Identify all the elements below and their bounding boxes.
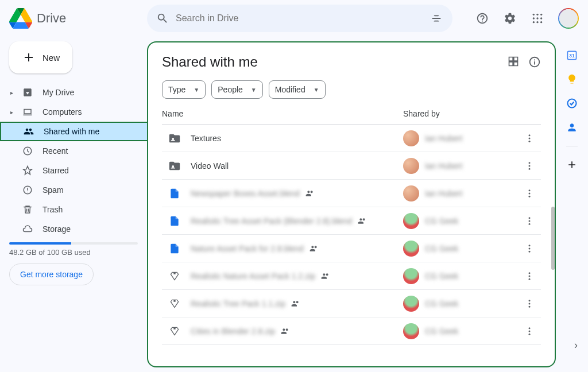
row-menu-button[interactable] <box>518 188 541 199</box>
svg-point-8 <box>540 21 542 23</box>
shared-icon <box>23 126 34 137</box>
get-more-storage-button[interactable]: Get more storage <box>9 264 94 285</box>
svg-point-11 <box>172 138 174 140</box>
row-menu-button[interactable] <box>518 299 541 309</box>
sidebar-item-recent[interactable]: Recent <box>0 141 138 161</box>
info-icon[interactable] <box>528 56 541 68</box>
search-bar[interactable] <box>147 5 452 32</box>
hide-panel-icon[interactable]: › <box>574 339 578 351</box>
shared-indicator-icon <box>310 244 319 253</box>
row-menu-button[interactable] <box>518 216 541 226</box>
table-row[interactable]: Newspaper Boxes Asset.blendIan Hubert <box>162 180 541 207</box>
recent-icon <box>22 146 33 156</box>
svg-point-35 <box>529 330 531 332</box>
account-avatar[interactable] <box>558 8 579 29</box>
sidebar-item-label: Trash <box>42 205 63 214</box>
sidebar-item-my-drive[interactable]: ▸My Drive <box>0 83 138 102</box>
column-name-header[interactable]: Name <box>162 109 403 118</box>
table-row[interactable]: Video WallIan Hubert <box>162 152 541 180</box>
column-sharedby-header[interactable]: Shared by <box>403 109 518 118</box>
sidebar-item-label: Computers <box>42 107 82 117</box>
sharer-name: CG Geek <box>425 327 458 336</box>
table-row[interactable]: Realistic Nature Asset Pack 1.2.zipCG Ge… <box>162 262 541 290</box>
table-row[interactable]: Cities in Blender 2.8.zipCG Geek <box>162 317 541 345</box>
file-name: Cities in Blender 2.8.zip <box>191 327 275 336</box>
table-row[interactable]: TexturesIan Hubert <box>162 125 541 152</box>
file-name: Video Wall <box>191 161 229 170</box>
svg-point-36 <box>529 333 531 335</box>
svg-point-7 <box>536 21 538 23</box>
new-button[interactable]: New <box>9 41 72 73</box>
sidebar-item-label: Storage <box>42 224 71 234</box>
svg-point-32 <box>529 303 531 304</box>
sidebar-item-shared[interactable]: Shared with me <box>0 122 147 141</box>
svg-point-5 <box>540 17 542 19</box>
settings-icon[interactable] <box>498 7 521 30</box>
starred-icon <box>22 165 33 176</box>
svg-point-13 <box>529 137 531 139</box>
svg-point-22 <box>529 217 531 219</box>
filter-chip-type[interactable]: Type▼ <box>162 80 206 99</box>
zip-icon <box>168 326 181 337</box>
sidebar-item-spam[interactable]: Spam <box>0 180 138 200</box>
file-name: Realistic Tree Pack 1.1.zip <box>191 299 285 308</box>
chevron-down-icon: ▼ <box>314 87 319 93</box>
keep-icon[interactable] <box>566 73 578 85</box>
filter-chip-people[interactable]: People▼ <box>211 80 263 99</box>
sharer-avatar <box>403 296 419 312</box>
grid-view-icon[interactable] <box>508 56 519 68</box>
calendar-icon[interactable]: 31 <box>566 49 578 61</box>
file-blue-icon <box>168 215 181 227</box>
chip-label: People <box>218 85 243 94</box>
sidebar-item-label: Spam <box>42 185 64 195</box>
sidebar-item-trash[interactable]: Trash <box>0 200 138 219</box>
page-title: Shared with me <box>162 54 258 70</box>
row-menu-button[interactable] <box>518 133 541 144</box>
svg-point-20 <box>529 192 531 194</box>
help-icon[interactable] <box>471 7 494 30</box>
row-menu-button[interactable] <box>518 326 541 336</box>
svg-point-28 <box>529 272 531 274</box>
filter-chip-modified[interactable]: Modified▼ <box>269 80 326 99</box>
svg-point-33 <box>529 305 531 307</box>
table-row[interactable]: Realistic Tree Pack 1.1.zipCG Geek <box>162 290 541 317</box>
scrollbar[interactable] <box>551 207 555 270</box>
shared-indicator-icon <box>305 189 315 198</box>
search-input[interactable] <box>176 13 418 24</box>
svg-point-34 <box>529 327 531 329</box>
svg-point-2 <box>540 14 542 16</box>
row-menu-button[interactable] <box>518 243 541 254</box>
new-button-label: New <box>42 53 60 63</box>
sharer-avatar <box>403 213 419 229</box>
sidebar-item-storage[interactable]: Storage <box>0 219 138 239</box>
table-row[interactable]: Nature Asset Pack for 2.8.blendCG Geek <box>162 235 541 262</box>
svg-point-29 <box>529 275 531 277</box>
chip-label: Type <box>168 85 185 94</box>
tasks-icon[interactable] <box>566 98 578 109</box>
table-row[interactable]: Realistic Tree Asset Pack (Blender 2.8).… <box>162 207 541 235</box>
svg-point-19 <box>529 189 531 191</box>
svg-point-12 <box>529 134 531 136</box>
sidebar-item-computers[interactable]: ▸Computers <box>0 102 138 122</box>
expand-caret-icon[interactable]: ▸ <box>10 109 16 115</box>
search-options-icon[interactable] <box>425 7 448 30</box>
apps-icon[interactable] <box>526 7 549 30</box>
sidebar-item-starred[interactable]: Starred <box>0 161 138 180</box>
svg-point-18 <box>529 168 531 169</box>
row-menu-button[interactable] <box>518 271 541 281</box>
add-addon-icon[interactable] <box>566 159 578 170</box>
svg-point-24 <box>529 223 531 224</box>
spam-icon <box>22 185 33 195</box>
contacts-icon[interactable] <box>566 122 578 133</box>
sharer-name: Ian Hubert <box>425 134 462 143</box>
svg-point-6 <box>533 21 535 23</box>
svg-point-14 <box>529 140 531 142</box>
row-menu-button[interactable] <box>518 161 541 171</box>
computers-icon <box>22 107 33 117</box>
chevron-down-icon: ▼ <box>194 87 199 93</box>
svg-point-16 <box>529 162 531 164</box>
file-name: Realistic Nature Asset Pack 1.2.zip <box>191 272 315 281</box>
svg-text:31: 31 <box>569 53 575 59</box>
expand-caret-icon[interactable]: ▸ <box>10 90 16 96</box>
svg-point-27 <box>529 250 531 252</box>
